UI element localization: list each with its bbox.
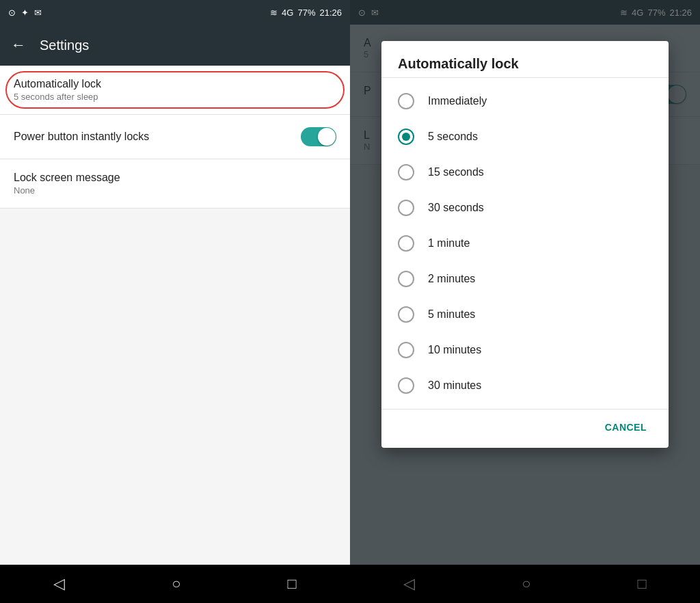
- option-10-minutes-label: 10 minutes: [428, 344, 481, 356]
- cancel-button[interactable]: CANCEL: [594, 415, 658, 440]
- auto-lock-subtitle: 5 seconds after sleep: [14, 92, 336, 102]
- aperture-icon: ✦: [21, 8, 29, 18]
- power-button-toggle[interactable]: [301, 127, 336, 146]
- option-5-seconds-label: 5 seconds: [428, 131, 478, 143]
- option-1-minute[interactable]: 1 minute: [381, 226, 669, 261]
- mail-icon: ✉: [34, 8, 42, 18]
- radio-10-minutes[interactable]: [398, 342, 414, 358]
- option-15-seconds[interactable]: 15 seconds: [381, 155, 669, 190]
- left-nav-bar: ◁ ○ □: [0, 565, 350, 603]
- option-1-minute-label: 1 minute: [428, 237, 470, 250]
- battery-label: 77%: [297, 8, 315, 18]
- toggle-thumb: [318, 128, 336, 146]
- vibrate-icon: ≋: [270, 8, 278, 18]
- back-button[interactable]: ←: [11, 36, 26, 54]
- left-panel: ⊙ ✦ ✉ ≋ 4G 77% 21:26 ← Settings Automati…: [0, 0, 350, 603]
- option-15-seconds-label: 15 seconds: [428, 166, 484, 178]
- lock-screen-subtitle: None: [14, 185, 336, 196]
- option-30-seconds-label: 30 seconds: [428, 202, 484, 214]
- right-panel: ⊙ ✉ ≋ 4G 77% 21:26 A 5 P L N Auto: [350, 0, 700, 603]
- radio-30-seconds[interactable]: [398, 200, 414, 216]
- option-5-minutes-label: 5 minutes: [428, 308, 475, 321]
- dialog-actions: CANCEL: [381, 409, 669, 448]
- power-button-label: Power button instantly locks: [14, 131, 149, 143]
- toggle-track: [301, 127, 336, 146]
- recent-nav-icon[interactable]: □: [288, 575, 297, 593]
- toolbar: ← Settings: [0, 25, 350, 66]
- option-immediately-label: Immediately: [428, 95, 487, 107]
- lock-screen-title: Lock screen message: [14, 172, 336, 184]
- home-nav-icon[interactable]: ○: [172, 575, 180, 593]
- radio-2-minutes[interactable]: [398, 271, 414, 287]
- option-2-minutes-label: 2 minutes: [428, 273, 475, 285]
- page-title: Settings: [40, 38, 89, 53]
- power-button-item[interactable]: Power button instantly locks: [0, 115, 350, 159]
- option-10-minutes[interactable]: 10 minutes: [381, 332, 669, 368]
- auto-lock-item[interactable]: Automatically lock 5 seconds after sleep: [0, 66, 350, 115]
- radio-1-minute[interactable]: [398, 235, 414, 252]
- radio-30-minutes[interactable]: [398, 377, 414, 394]
- dialog-overlay[interactable]: Automatically lock Immediately 5 seconds: [350, 0, 700, 603]
- settings-list: Automatically lock 5 seconds after sleep…: [0, 66, 350, 565]
- network-label: 4G: [282, 8, 293, 18]
- option-5-minutes[interactable]: 5 minutes: [381, 297, 669, 332]
- status-info-right: ≋ 4G 77% 21:26: [270, 8, 342, 18]
- camera-icon: ⊙: [8, 8, 16, 18]
- option-30-minutes[interactable]: 30 minutes: [381, 368, 669, 403]
- auto-lock-dialog: Automatically lock Immediately 5 seconds: [381, 41, 669, 448]
- left-status-bar: ⊙ ✦ ✉ ≋ 4G 77% 21:26: [0, 0, 350, 25]
- time-label: 21:26: [319, 8, 342, 18]
- option-30-minutes-label: 30 minutes: [428, 379, 481, 392]
- option-30-seconds[interactable]: 30 seconds: [381, 190, 669, 226]
- radio-5-minutes[interactable]: [398, 306, 414, 323]
- status-icons-left: ⊙ ✦ ✉: [8, 8, 42, 18]
- auto-lock-title: Automatically lock: [14, 78, 336, 90]
- dialog-title: Automatically lock: [381, 41, 669, 78]
- radio-5-seconds-inner: [402, 133, 410, 141]
- back-nav-icon[interactable]: ◁: [53, 575, 65, 593]
- option-2-minutes[interactable]: 2 minutes: [381, 261, 669, 297]
- radio-5-seconds[interactable]: [398, 129, 414, 145]
- lock-screen-message-item[interactable]: Lock screen message None: [0, 159, 350, 209]
- option-immediately[interactable]: Immediately: [381, 83, 669, 119]
- option-5-seconds[interactable]: 5 seconds: [381, 119, 669, 155]
- dialog-options-list: Immediately 5 seconds 15 seconds: [381, 78, 669, 409]
- radio-15-seconds[interactable]: [398, 164, 414, 180]
- radio-immediately[interactable]: [398, 93, 414, 109]
